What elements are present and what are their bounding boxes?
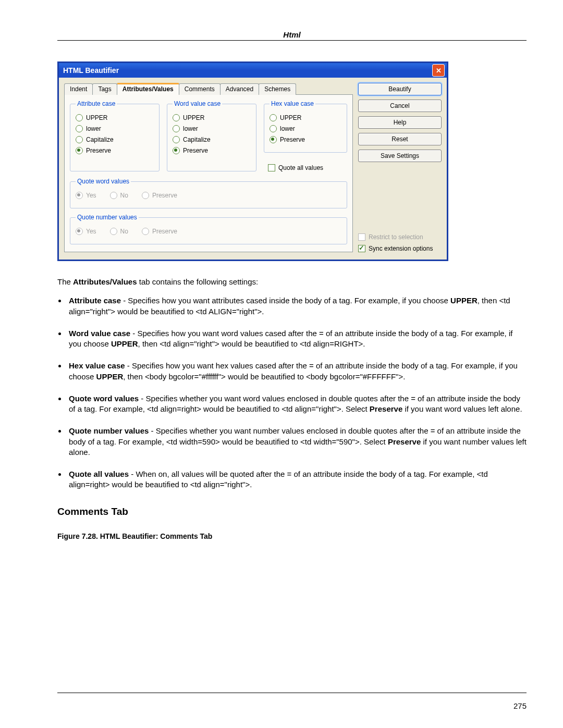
list-item: Quote number values - Specifies whether …	[67, 426, 527, 458]
cancel-button[interactable]: Cancel	[358, 100, 442, 112]
radio-label: UPPER	[86, 114, 107, 121]
radio-icon[interactable]	[76, 147, 83, 154]
tab-attributes-values[interactable]: Attributes/Values	[117, 83, 179, 95]
titlebar: HTML Beautifier ✕	[59, 63, 447, 78]
checkbox-icon[interactable]	[268, 164, 275, 171]
checkbox-label: Sync extension options	[369, 245, 433, 252]
document-body: The Attributes/Values tab contains the f…	[57, 277, 527, 541]
radio-label: lower	[280, 125, 295, 132]
radio-label: Preserve	[183, 147, 208, 154]
text: - Specifies how you want attributes case…	[121, 296, 450, 305]
help-button[interactable]: Help	[358, 116, 442, 129]
tab-advanced[interactable]: Advanced	[220, 83, 259, 95]
text-bold: UPPER	[450, 296, 478, 305]
tab-comments[interactable]: Comments	[179, 83, 221, 95]
radio-label: No	[120, 192, 128, 199]
text: tab contains the following settings:	[137, 277, 259, 286]
group-word-value-case: Word value case UPPER lower Capitalize P…	[167, 100, 256, 171]
dialog-title: HTML Beautifier	[63, 66, 119, 75]
radio-icon[interactable]	[173, 147, 180, 154]
close-icon: ✕	[436, 67, 442, 75]
text: - When on, all values will be quoted aft…	[69, 470, 488, 489]
text: The	[57, 277, 73, 286]
radio-label: Yes	[86, 192, 96, 199]
list-item: Hex value case - Specifies how you want …	[67, 361, 527, 382]
tab-tags[interactable]: Tags	[92, 83, 117, 95]
group-attribute-case: Attribute case UPPER lower Capitalize Pr…	[70, 100, 160, 171]
radio-label: lower	[183, 125, 198, 132]
radio-label: Preserve	[86, 147, 111, 154]
text-bold: Word value case	[69, 329, 130, 338]
radio-icon[interactable]	[76, 114, 83, 121]
radio-label: No	[120, 228, 128, 235]
text-bold: Quote number values	[69, 426, 149, 435]
group-quote-number-values: Quote number values Yes No Preserve	[70, 214, 347, 244]
text: if you want word values left alone.	[402, 404, 522, 413]
radio-label: Preserve	[152, 228, 177, 235]
header-rule	[57, 40, 527, 41]
bullet-list: Attribute case - Specifies how you want …	[67, 295, 527, 490]
legend-quote-number-values: Quote number values	[76, 214, 139, 221]
footer-rule	[57, 693, 527, 693]
radio-label: Preserve	[280, 136, 305, 143]
radio-label: UPPER	[183, 114, 204, 121]
tab-indent[interactable]: Indent	[64, 83, 93, 95]
figure-caption: Figure 7.28. HTML Beautifier: Comments T…	[57, 532, 527, 541]
page-header: Html	[57, 30, 527, 39]
legend-quote-word-values: Quote word values	[76, 178, 131, 185]
radio-icon[interactable]	[76, 136, 83, 143]
text-bold: UPPER	[96, 372, 124, 381]
sync-extension-options[interactable]: Sync extension options	[358, 245, 442, 252]
radio-icon[interactable]	[270, 114, 277, 121]
list-item: Attribute case - Specifies how you want …	[67, 295, 527, 317]
restrict-to-selection: Restrict to selection	[358, 233, 442, 241]
tab-page: Attribute case UPPER lower Capitalize Pr…	[64, 94, 353, 252]
legend-hex-value-case: Hex value case	[270, 100, 315, 107]
text-bold: Attribute case	[69, 296, 121, 305]
list-item: Quote all values - When on, all values w…	[67, 469, 527, 490]
radio-icon	[142, 228, 149, 235]
close-button[interactable]: ✕	[432, 64, 445, 77]
intro-line: The Attributes/Values tab contains the f…	[57, 277, 527, 287]
radio-icon	[110, 228, 117, 235]
list-item: Quote word values - Specifies whether yo…	[67, 393, 527, 415]
radio-icon[interactable]	[76, 125, 83, 132]
radio-icon[interactable]	[173, 114, 180, 121]
radio-icon	[110, 192, 117, 199]
text-bold: Quote all values	[69, 470, 129, 478]
tab-schemes[interactable]: Schemes	[259, 83, 296, 95]
radio-label: Preserve	[152, 192, 177, 199]
radio-icon	[142, 192, 149, 199]
checkbox-label: Restrict to selection	[369, 233, 423, 241]
save-settings-button[interactable]: Save Settings	[358, 150, 442, 162]
text-bold: Hex value case	[69, 361, 125, 370]
radio-label: lower	[86, 125, 101, 132]
text: , then <body bgcolor="#ffffff"> would be…	[123, 372, 405, 381]
checkbox-icon	[358, 233, 365, 241]
radio-icon[interactable]	[173, 136, 180, 143]
text-bold: Quote word values	[69, 394, 139, 403]
checkbox-label: Quote all values	[278, 164, 323, 171]
section-heading: Comments Tab	[57, 505, 527, 519]
text: , then <td align="right"> would be beaut…	[138, 339, 365, 348]
text-bold: Preserve	[388, 437, 421, 446]
text-bold: UPPER	[111, 339, 138, 348]
checkbox-icon[interactable]	[358, 245, 365, 252]
radio-label: Capitalize	[86, 136, 114, 143]
page-number: 275	[513, 701, 527, 710]
html-beautifier-dialog: HTML Beautifier ✕ Indent Tags Attributes…	[57, 61, 448, 261]
radio-label: UPPER	[280, 114, 301, 121]
group-quote-word-values: Quote word values Yes No Preserve	[70, 178, 347, 208]
radio-icon[interactable]	[173, 125, 180, 132]
radio-icon[interactable]	[270, 125, 277, 132]
radio-icon[interactable]	[270, 136, 277, 143]
reset-button[interactable]: Reset	[358, 133, 442, 145]
tabstrip: Indent Tags Attributes/Values Comments A…	[64, 83, 353, 95]
group-hex-value-case: Hex value case UPPER lower Preserve	[264, 100, 347, 153]
text-bold: Preserve	[370, 404, 402, 413]
quote-all-values[interactable]: Quote all values	[268, 164, 347, 171]
legend-word-value-case: Word value case	[173, 100, 222, 107]
beautify-button[interactable]: Beautify	[358, 83, 442, 95]
radio-icon	[76, 228, 83, 235]
radio-icon	[76, 192, 83, 199]
